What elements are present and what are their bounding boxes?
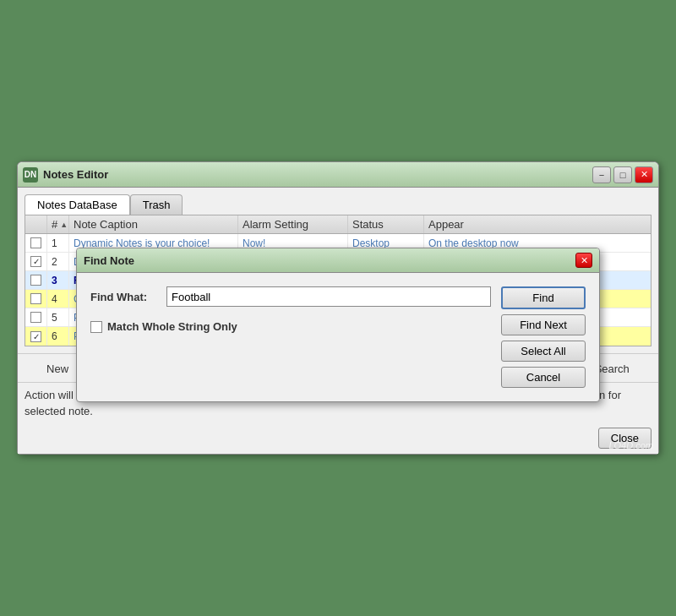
modal-body: Find What: Match Whole String Only Find …	[77, 273, 599, 401]
find-next-button[interactable]: Find Next	[501, 314, 586, 335]
modal-title-bar: Find Note ✕	[77, 248, 599, 273]
match-whole-string-row: Match Whole String Only	[90, 320, 491, 333]
select-all-button[interactable]: Select All	[501, 341, 586, 362]
find-label: Find What:	[90, 291, 158, 303]
cancel-button[interactable]: Cancel	[501, 367, 586, 388]
match-whole-string-label: Match Whole String Only	[107, 320, 237, 333]
find-note-dialog: Find Note ✕ Find What: Match Whole Strin…	[76, 248, 600, 402]
match-whole-string-checkbox[interactable]	[90, 321, 102, 333]
modal-close-button[interactable]: ✕	[575, 253, 592, 268]
modal-title: Find Note	[84, 254, 134, 267]
find-row: Find What:	[90, 286, 491, 307]
main-window: DN Notes Editor − □ ✕ Notes DataBase Tra…	[17, 161, 659, 454]
find-button[interactable]: Find	[501, 286, 586, 309]
find-input[interactable]	[166, 286, 491, 307]
modal-overlay: Find Note ✕ Find What: Match Whole Strin…	[18, 162, 658, 453]
modal-buttons: Find Find Next Select All Cancel	[501, 286, 586, 388]
modal-left-panel: Find What: Match Whole String Only	[90, 286, 491, 388]
